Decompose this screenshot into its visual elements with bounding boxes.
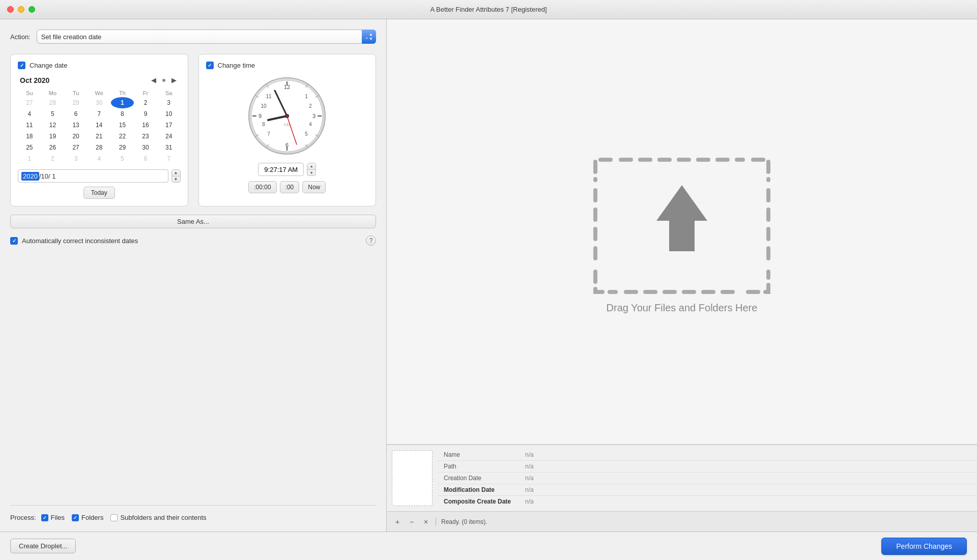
calendar-day[interactable]: 2 <box>134 97 157 108</box>
svg-text:7: 7 <box>267 131 270 137</box>
calendar-day[interactable]: 18 <box>18 131 41 142</box>
clock-container: 12 3 6 9 1 2 4 5 7 8 10 11 AM <box>206 75 369 157</box>
calendar-day[interactable]: 9 <box>134 108 157 120</box>
calendar-day[interactable]: 14 <box>88 120 111 131</box>
subfolders-checkbox[interactable] <box>110 514 118 521</box>
calendar-day[interactable]: 30 <box>88 97 111 108</box>
modification-date-key: Modification Date <box>444 486 525 493</box>
window-controls[interactable] <box>7 6 35 13</box>
calendar-next-button[interactable]: ▶ <box>169 75 179 85</box>
calendar-day[interactable]: 26 <box>41 142 65 153</box>
svg-point-31 <box>286 115 288 117</box>
calendar-header: Oct 2020 ◀ ▶ <box>18 75 181 85</box>
minutes-zero-button[interactable]: :00 <box>280 181 300 193</box>
creation-date-value: n/a <box>525 475 534 482</box>
calendar-day[interactable]: 5 <box>111 153 134 164</box>
svg-text:5: 5 <box>305 131 308 137</box>
time-display[interactable]: 9:27:17 AM <box>258 163 304 176</box>
time-input-row: 9:27:17 AM ▲ ▼ <box>206 163 369 176</box>
change-date-checkbox[interactable] <box>18 62 25 69</box>
calendar-day[interactable]: 11 <box>18 120 41 131</box>
calendar-day[interactable]: 10 <box>157 108 181 120</box>
calendar-day[interactable]: 3 <box>64 153 88 164</box>
cal-header-fr: Fr <box>134 89 157 97</box>
date-stepper-down[interactable]: ▼ <box>172 176 180 183</box>
calendar-prev-button[interactable]: ◀ <box>149 75 158 85</box>
calendar-day[interactable]: 5 <box>41 108 65 120</box>
same-as-button[interactable]: Same As... <box>10 215 376 228</box>
date-display[interactable]: 2020 /10/ 1 <box>18 169 168 183</box>
calendar-day[interactable]: 24 <box>157 131 181 142</box>
today-button[interactable]: Today <box>83 187 115 199</box>
clear-items-button[interactable]: × <box>421 517 430 526</box>
file-details: Name n/a Path n/a Creation Date n/a Modi… <box>438 445 977 511</box>
calendar-day[interactable]: 6 <box>64 108 88 120</box>
svg-text:9: 9 <box>258 113 262 119</box>
composite-key: Composite Create Date <box>444 498 525 505</box>
calendar-day[interactable]: 30 <box>134 142 157 153</box>
calendar-day[interactable]: 31 <box>157 142 181 153</box>
bar-separator <box>436 518 436 526</box>
now-button[interactable]: Now <box>302 181 326 193</box>
calendar-day[interactable]: 21 <box>88 131 111 142</box>
calendar-day[interactable]: 28 <box>41 97 65 108</box>
minimize-button[interactable] <box>18 6 24 13</box>
calendar-day[interactable]: 25 <box>18 142 41 153</box>
calendar-day[interactable]: 23 <box>134 131 157 142</box>
calendar-day[interactable]: 27 <box>64 142 88 153</box>
date-stepper[interactable]: ▲ ▼ <box>171 169 181 183</box>
modification-date-row: Modification Date n/a <box>438 484 977 496</box>
action-select[interactable]: Set file creation date <box>37 30 376 44</box>
calendar-day[interactable]: 2 <box>41 153 65 164</box>
add-item-button[interactable]: + <box>393 517 402 526</box>
right-footer: Perform Changes <box>881 538 967 555</box>
date-separator-1: /10/ 1 <box>39 172 56 180</box>
change-date-label: Change date <box>30 62 67 69</box>
calendar-day[interactable]: 12 <box>41 120 65 131</box>
svg-text:2: 2 <box>309 103 312 109</box>
subfolders-label: Subfolders and their contents <box>120 514 206 521</box>
calendar-day[interactable]: 4 <box>88 153 111 164</box>
calendar-day[interactable]: 17 <box>157 120 181 131</box>
svg-text:11: 11 <box>266 94 272 99</box>
close-button[interactable] <box>7 6 14 13</box>
calendar-day[interactable]: 13 <box>64 120 88 131</box>
calendar-day[interactable]: 19 <box>41 131 65 142</box>
auto-correct-checkbox[interactable] <box>10 237 18 245</box>
calendar-day[interactable]: 29 <box>111 142 134 153</box>
calendar-day[interactable]: 8 <box>111 108 134 120</box>
calendar-day[interactable]: 7 <box>88 108 111 120</box>
folders-checkbox[interactable] <box>72 514 79 521</box>
calendar-day[interactable]: 7 <box>157 153 181 164</box>
files-checkbox[interactable] <box>41 514 48 521</box>
create-droplet-button[interactable]: Create Droplet... <box>10 539 76 553</box>
date-panel-header: Change date <box>18 62 181 69</box>
time-buttons-row: :00:00 :00 Now <box>206 181 369 193</box>
auto-correct-label: Automatically correct inconsistent dates <box>22 237 138 245</box>
calendar-day[interactable]: 3 <box>157 97 181 108</box>
perform-changes-button[interactable]: Perform Changes <box>881 538 967 555</box>
calendar-day[interactable]: 16 <box>134 120 157 131</box>
calendar-day[interactable]: 22 <box>111 131 134 142</box>
maximize-button[interactable] <box>28 6 35 13</box>
date-stepper-up[interactable]: ▲ <box>172 170 180 176</box>
drop-zone[interactable]: Drag Your Files and Folders Here <box>387 19 977 445</box>
time-stepper-up[interactable]: ▲ <box>307 163 315 170</box>
seconds-zero-button[interactable]: :00:00 <box>248 181 276 193</box>
calendar-day[interactable]: 1 <box>111 97 134 108</box>
calendar-day[interactable]: 27 <box>18 97 41 108</box>
calendar-day[interactable]: 28 <box>88 142 111 153</box>
calendar-day[interactable]: 29 <box>64 97 88 108</box>
change-time-checkbox[interactable] <box>206 62 214 69</box>
svg-marker-36 <box>656 185 707 251</box>
time-stepper[interactable]: ▲ ▼ <box>307 163 316 176</box>
remove-item-button[interactable]: − <box>407 517 416 526</box>
calendar-day[interactable]: 1 <box>18 153 41 164</box>
help-button[interactable]: ? <box>366 235 376 246</box>
calendar-day[interactable]: 6 <box>134 153 157 164</box>
calendar-today-dot[interactable] <box>162 79 165 82</box>
calendar-day[interactable]: 15 <box>111 120 134 131</box>
time-stepper-down[interactable]: ▼ <box>307 170 315 176</box>
calendar-day[interactable]: 20 <box>64 131 88 142</box>
calendar-day[interactable]: 4 <box>18 108 41 120</box>
